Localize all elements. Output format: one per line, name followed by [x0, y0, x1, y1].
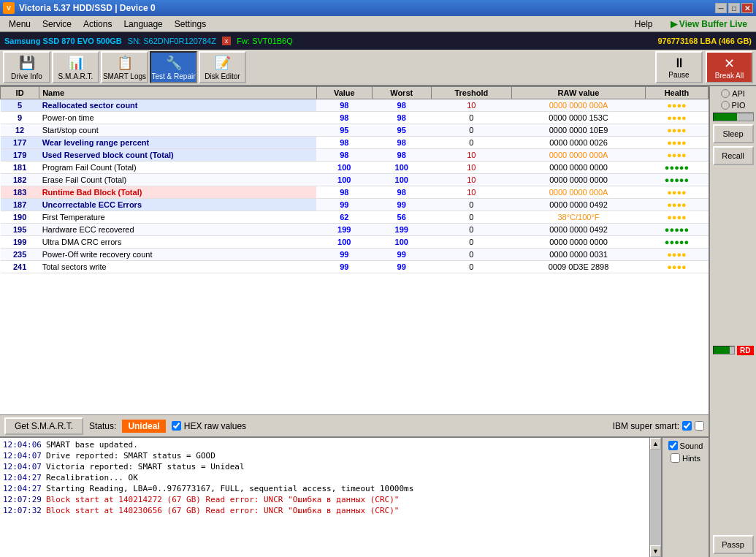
row-name: Total sectors write [39, 261, 317, 273]
progress-fill [714, 113, 737, 121]
menu-item-help[interactable]: Help [629, 18, 659, 31]
minimize-button[interactable]: ─ [715, 3, 727, 13]
api-radio[interactable] [721, 89, 730, 98]
row-name: Hardware ECC recovered [39, 224, 317, 236]
row-name: Used Reserved block count (Total) [39, 149, 317, 162]
menu-item-language[interactable]: Language [118, 18, 168, 31]
break-all-button[interactable]: ✕ Break All [706, 51, 753, 83]
log-line: 12:04:07Drive reported: SMART status = G… [3, 450, 646, 461]
log-line: 12:04:27Recalibration... OK [3, 472, 646, 483]
drive-info-button[interactable]: 💾 Drive Info [3, 51, 50, 83]
log-content[interactable]: 12:04:06SMART base updated.12:04:07Drive… [0, 438, 649, 557]
break-label: Break All [715, 72, 744, 80]
log-line: 12:04:06SMART base updated. [3, 439, 646, 450]
hints-checkbox[interactable] [671, 453, 680, 463]
scroll-up-arrow[interactable]: ▲ [650, 438, 661, 450]
ibm-smart-checkbox2[interactable] [695, 421, 704, 431]
table-row: 241 Total sectors write 99 99 0 0009 0D3… [1, 261, 709, 273]
table-row: 190 First Temperature 62 56 0 38°C/100°F… [1, 211, 709, 224]
log-time: 12:04:27 [3, 473, 42, 482]
status-badge: Unideal [122, 420, 165, 433]
row-value: 99 [316, 249, 372, 261]
toolbar-right: ⏸ Pause ✕ Break All [655, 51, 753, 83]
row-health: ●●●● [645, 199, 708, 211]
row-value: 98 [316, 99, 372, 112]
device-bar: Samsung SSD 870 EVO 500GB SN: S62DNF0R12… [0, 32, 756, 50]
row-health: ●●●● [645, 99, 708, 112]
row-raw: 0000 0000 0492 [512, 199, 646, 211]
test-repair-button[interactable]: 🔧 Test & Repair [150, 51, 197, 83]
row-raw: 0000 0000 153C [512, 112, 646, 124]
row-value: 62 [316, 211, 372, 224]
recall-button[interactable]: Recall [713, 146, 754, 165]
get-smart-button[interactable]: Get S.M.A.R.T. [4, 417, 83, 435]
row-id: 179 [1, 149, 39, 162]
smart-table-body: 5 Reallocated sector count 98 98 10 0000… [1, 99, 709, 273]
pio-label: PIO [732, 101, 746, 110]
log-time: 12:07:29 [3, 495, 42, 504]
row-value: 98 [316, 186, 372, 199]
row-threshold: 0 [431, 261, 512, 273]
smart-logs-icon: 📋 [117, 55, 133, 71]
pio-radio[interactable] [721, 101, 730, 110]
row-id: 9 [1, 112, 39, 124]
rd-progress [713, 346, 736, 355]
log-time: 12:07:32 [3, 506, 42, 515]
progress-bar [713, 113, 754, 121]
ibm-smart-checkbox[interactable] [682, 421, 692, 431]
status-label: Status: [89, 421, 116, 431]
row-id: 187 [1, 199, 39, 211]
row-id: 5 [1, 99, 39, 112]
log-scrollbar[interactable]: ▲ ▼ [649, 438, 661, 557]
scroll-down-arrow[interactable]: ▼ [650, 545, 661, 557]
table-row: 9 Power-on time 98 98 0 0000 0000 153C ●… [1, 112, 709, 124]
menu-item-menu[interactable]: Menu [3, 18, 37, 31]
row-worst: 99 [372, 249, 431, 261]
view-buffer-button[interactable]: ▶ View Buffer Live [665, 18, 753, 31]
hex-raw-checkbox[interactable] [172, 421, 181, 431]
row-raw: 0000 0000 000A [512, 99, 646, 112]
hex-raw-check-label[interactable]: HEX raw values [172, 421, 246, 431]
table-row: 179 Used Reserved block count (Total) 98… [1, 149, 709, 162]
row-raw: 0000 0000 0026 [512, 137, 646, 149]
smart-logs-button[interactable]: 📋 SMART Logs [101, 51, 148, 83]
break-icon: ✕ [724, 56, 735, 72]
device-close-button[interactable]: x [222, 37, 232, 45]
sound-checkbox[interactable] [668, 441, 678, 450]
smart-table-area: ID Name Value Worst Treshold RAW value H… [0, 86, 709, 557]
drive-info-label: Drive Info [11, 72, 42, 80]
passp-button[interactable]: Passp [713, 535, 754, 554]
row-worst: 98 [372, 99, 431, 112]
table-row: 12 Start/stop count 95 95 0 0000 0000 10… [1, 124, 709, 137]
row-raw: 0000 0000 000A [512, 186, 646, 199]
log-text: SMART base updated. [46, 440, 138, 450]
row-worst: 56 [372, 211, 431, 224]
log-time: 12:04:27 [3, 484, 42, 493]
log-line: 12:07:29Block start at 140214272 (67 GB)… [3, 494, 646, 505]
menu-item-service[interactable]: Service [37, 18, 77, 31]
table-row: 182 Erase Fail Count (Total) 100 100 10 … [1, 174, 709, 186]
menu-item-actions[interactable]: Actions [77, 18, 118, 31]
row-threshold: 0 [431, 224, 512, 236]
pause-button[interactable]: ⏸ Pause [655, 51, 703, 83]
row-name: Start/stop count [39, 124, 317, 137]
row-threshold: 0 [431, 211, 512, 224]
row-id: 190 [1, 211, 39, 224]
row-id: 183 [1, 186, 39, 199]
sleep-button[interactable]: Sleep [713, 124, 754, 143]
close-button[interactable]: ✕ [741, 3, 753, 13]
menu-item-settings[interactable]: Settings [169, 18, 212, 31]
hints-check-label[interactable]: Hints [671, 453, 700, 463]
maximize-button[interactable]: □ [728, 3, 740, 13]
table-row: 183 Runtime Bad Block (Total) 98 98 10 0… [1, 186, 709, 199]
row-worst: 99 [372, 261, 431, 273]
smart-button[interactable]: 📊 S.M.A.R.T. [52, 51, 99, 83]
disk-editor-button[interactable]: 📝 Disk Editor [199, 51, 246, 83]
row-name: Uncorrectable ECC Errors [39, 199, 317, 211]
row-raw: 0000 0000 0031 [512, 249, 646, 261]
row-health: ●●●●● [645, 224, 708, 236]
sound-check-label[interactable]: Sound [668, 441, 703, 450]
scroll-track [650, 450, 661, 545]
row-worst: 99 [372, 199, 431, 211]
row-health: ●●●● [645, 186, 708, 199]
